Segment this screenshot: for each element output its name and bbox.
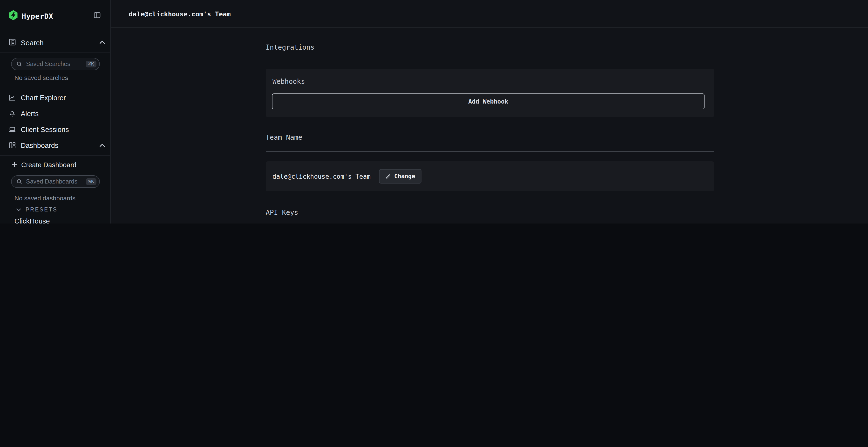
search-icon [17,179,22,184]
team-name-value: dale@clickhouse.com's Team [273,173,371,180]
sidebar-item-alerts[interactable]: Alerts [0,105,111,122]
section-rule [266,151,714,152]
team-name-card: dale@clickhouse.com's Team Change [266,161,714,191]
hyperdx-logo-icon [8,10,18,21]
sidebar-item-chart-explorer[interactable]: Chart Explorer [0,90,111,105]
dashboards-grid-icon [8,141,17,149]
sidebar-item-client-sessions[interactable]: Client Sessions [0,122,111,137]
page-header: dale@clickhouse.com's Team [112,0,868,28]
webhooks-title: Webhooks [273,77,305,85]
sidebar-item-dashboards[interactable]: Dashboards [0,137,111,153]
page-title: dale@clickhouse.com's Team [129,10,231,18]
shortcut-badge: ⌘K [86,178,96,185]
sidebar-collapse-icon[interactable] [93,11,101,19]
hyperdx-app-window: HyperDX Search [0,0,868,224]
shortcut-badge: ⌘K [86,61,96,67]
change-team-name-button[interactable]: Change [379,169,422,183]
saved-searches-input[interactable]: ⌘K [11,58,100,70]
presets-header[interactable]: PRESETS [16,207,58,212]
change-button-label: Change [394,173,415,180]
saved-dashboards-field[interactable] [25,178,86,185]
create-dashboard-button[interactable]: Create Dashboard [11,161,76,169]
add-webhook-button[interactable]: Add Webhook [272,94,705,109]
integrations-section-title: Integrations [266,43,714,51]
no-saved-searches-text: No saved searches [14,74,68,81]
bell-icon [8,109,17,117]
api-keys-section-title: API Keys [266,209,714,216]
search-icon [17,61,22,67]
dashboards-collapse-chevron-icon[interactable] [99,143,105,147]
create-dashboard-label: Create Dashboard [21,161,76,169]
search-collapse-chevron-icon[interactable] [99,40,105,44]
app-title: HyperDX [22,12,53,21]
sidebar-section-search[interactable]: Search [21,38,44,47]
preset-clickhouse[interactable]: ClickHouse [14,217,50,224]
team-name-section-title: Team Name [266,133,714,141]
sidebar-item-label: Dashboards [21,141,58,149]
settings-content: Integrations Webhooks Add Webhook Team N… [266,28,714,224]
no-saved-dashboards-text: No saved dashboards [14,195,75,202]
chart-icon [8,94,17,102]
saved-searches-field[interactable] [25,60,86,68]
saved-dashboards-input[interactable]: ⌘K [11,175,100,188]
webhooks-card: Webhooks Add Webhook [266,69,714,117]
section-rule [266,62,714,62]
sidebar: HyperDX Search [0,0,111,224]
divider [0,52,111,53]
laptop-icon [8,125,17,133]
divider [0,155,111,156]
pencil-icon [385,173,391,179]
chevron-down-icon [16,208,21,211]
presets-label: PRESETS [26,207,58,212]
search-section-icon [8,38,17,46]
sidebar-item-label: Alerts [21,110,38,117]
sidebar-item-label: Chart Explorer [21,94,66,101]
plus-icon [11,162,18,168]
sidebar-item-label: Client Sessions [21,126,69,133]
